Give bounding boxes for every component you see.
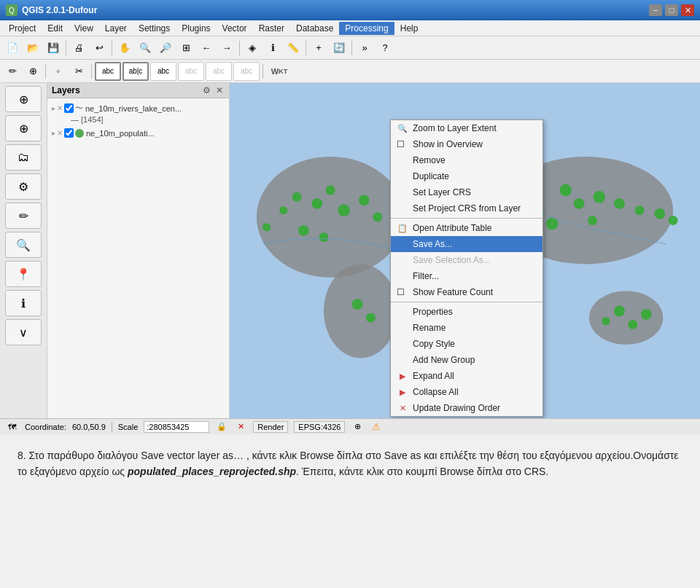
- sidebar-btn-8[interactable]: ℹ: [5, 290, 42, 316]
- feature-count-checkbox[interactable]: ☐: [397, 287, 407, 297]
- layers-header-controls[interactable]: ⚙ ✕: [201, 85, 225, 95]
- menu-database[interactable]: Database: [290, 22, 339, 35]
- menu-edit[interactable]: Edit: [42, 22, 69, 35]
- ctx-add-new-group[interactable]: Add New Group: [391, 352, 542, 368]
- menu-plugins[interactable]: Plugins: [176, 22, 216, 35]
- layer-remove-rivers[interactable]: ✕: [57, 104, 63, 112]
- print-button[interactable]: 🖨: [69, 39, 88, 58]
- layer-item-populated[interactable]: ▸ ✕ ne_10m_populati...: [50, 127, 226, 139]
- update-order-icon: ✕: [397, 402, 408, 414]
- ctx-collapse-all[interactable]: ▶ Collapse All: [391, 384, 542, 400]
- sidebar-btn-6[interactable]: 🔍: [5, 232, 42, 258]
- label-btn[interactable]: abc: [95, 62, 121, 81]
- scale-clear-btn[interactable]: ✕: [234, 420, 247, 434]
- layer-vis-rivers[interactable]: [64, 103, 74, 113]
- ctx-set-project-crs[interactable]: Set Project CRS from Layer: [391, 200, 542, 216]
- map-area[interactable]: 🔍 Zoom to Layer Extent ☐ Show in Overvie…: [230, 83, 700, 418]
- ctx-expand-all[interactable]: ▶ Expand All: [391, 368, 542, 384]
- layer-vis-populated[interactable]: [64, 128, 74, 138]
- layers-settings-button[interactable]: ⚙: [201, 85, 211, 95]
- ctx-show-overview[interactable]: ☐ Show in Overview: [391, 136, 542, 152]
- zoom-out-button[interactable]: 🔎: [156, 39, 175, 58]
- coordinate-value: 60.0,50.9: [72, 423, 106, 431]
- wkt-button[interactable]: WKT: [266, 62, 292, 81]
- layer-expand-rivers[interactable]: ▸: [52, 104, 55, 112]
- layers-close-button[interactable]: ✕: [214, 85, 225, 95]
- ctx-open-attribute-table[interactable]: 📋 Open Attribute Table: [391, 220, 542, 236]
- scale-input[interactable]: [144, 421, 209, 433]
- sidebar-btn-5[interactable]: ✏: [5, 203, 42, 229]
- select-button[interactable]: ◈: [243, 39, 262, 58]
- sidebar-btn-7[interactable]: 📍: [5, 261, 42, 287]
- context-menu[interactable]: 🔍 Zoom to Layer Extent ☐ Show in Overvie…: [390, 119, 543, 417]
- delete-button[interactable]: ✂: [69, 62, 88, 81]
- epsg-button[interactable]: EPSG:4326: [294, 421, 345, 433]
- render-button[interactable]: Render: [253, 421, 288, 433]
- zoom-full-button[interactable]: ⊞: [176, 39, 195, 58]
- status-map-btn[interactable]: 🗺: [4, 420, 19, 434]
- label-btn2[interactable]: ab|c: [122, 62, 149, 81]
- new-project-button[interactable]: 📄: [3, 39, 22, 58]
- maximize-button[interactable]: □: [665, 4, 678, 16]
- ctx-duplicate[interactable]: Duplicate: [391, 168, 542, 184]
- refresh-button[interactable]: 🔄: [330, 39, 349, 58]
- sidebar-btn-3[interactable]: 🗂: [5, 144, 42, 170]
- zoom-in-button[interactable]: 🔍: [136, 39, 155, 58]
- zoom-plus-btn[interactable]: ⊕: [351, 420, 364, 434]
- scale-lock-btn[interactable]: 🔒: [215, 420, 228, 434]
- edit-mode-button[interactable]: ✏: [3, 62, 22, 81]
- toolbar-sep-5: [351, 41, 352, 55]
- measure-button[interactable]: 📏: [284, 39, 303, 58]
- menu-settings[interactable]: Settings: [133, 22, 176, 35]
- warning-icon-btn[interactable]: ⚠: [370, 420, 383, 434]
- layer-remove-populated[interactable]: ✕: [57, 129, 63, 137]
- menu-processing[interactable]: Processing: [339, 22, 394, 35]
- label-btn4[interactable]: abc: [178, 62, 204, 81]
- menu-project[interactable]: Project: [3, 22, 42, 35]
- sidebar-btn-2[interactable]: ⊕: [5, 115, 42, 141]
- menu-layer[interactable]: Layer: [99, 22, 133, 35]
- add-layer-button[interactable]: +: [309, 39, 328, 58]
- ctx-filter[interactable]: Filter...: [391, 268, 542, 284]
- layer-item-rivers[interactable]: ▸ ✕ 〜 ne_10m_rivers_lake_cen...: [50, 101, 226, 115]
- layer-expand-populated[interactable]: ▸: [52, 129, 55, 137]
- ctx-properties[interactable]: Properties: [391, 304, 542, 320]
- toolbar-1: 📄 📂 💾 🖨 ↩ ✋ 🔍 🔎 ⊞ ← → ◈ ℹ 📏 + 🔄 » ?: [0, 36, 700, 60]
- ctx-remove[interactable]: Remove: [391, 152, 542, 168]
- zoom-next-button[interactable]: →: [217, 39, 236, 58]
- svg-point-30: [593, 191, 605, 203]
- zoom-previous-button[interactable]: ←: [197, 39, 216, 58]
- menu-raster[interactable]: Raster: [253, 22, 290, 35]
- minimize-button[interactable]: −: [649, 4, 662, 16]
- menu-help[interactable]: Help: [394, 22, 424, 35]
- label-btn6[interactable]: abc: [233, 62, 260, 81]
- save-button[interactable]: 💾: [44, 39, 63, 58]
- sidebar-btn-4[interactable]: ⚙: [5, 173, 42, 200]
- ctx-rename[interactable]: Rename: [391, 320, 542, 336]
- undo-button[interactable]: ↩: [90, 39, 109, 58]
- show-overview-checkbox[interactable]: ☐: [397, 139, 407, 149]
- ctx-zoom-layer-extent[interactable]: 🔍 Zoom to Layer Extent: [391, 120, 542, 136]
- identify-button[interactable]: ℹ: [263, 39, 282, 58]
- menu-view[interactable]: View: [69, 22, 99, 35]
- label-btn3[interactable]: abc: [150, 62, 176, 81]
- menu-vector[interactable]: Vector: [217, 22, 253, 35]
- label-btn5[interactable]: abc: [206, 62, 232, 81]
- help-tool-button[interactable]: ?: [376, 39, 394, 58]
- sidebar-btn-1[interactable]: ⊕: [5, 86, 42, 112]
- ctx-update-drawing-order[interactable]: ✕ Update Drawing Order: [391, 400, 542, 416]
- sidebar-btn-9[interactable]: ∨: [5, 319, 42, 345]
- ctx-set-layer-crs[interactable]: Set Layer CRS: [391, 184, 542, 200]
- close-button[interactable]: ✕: [681, 4, 694, 16]
- add-feature-button[interactable]: ⊕: [23, 62, 42, 81]
- node-tool-button[interactable]: ◦: [49, 62, 68, 81]
- ctx-save-as[interactable]: Save As...: [391, 236, 542, 252]
- ctx-show-feature-count[interactable]: ☐ Show Feature Count: [391, 284, 542, 300]
- ctx-copy-style[interactable]: Copy Style: [391, 336, 542, 352]
- open-button[interactable]: 📂: [23, 39, 42, 58]
- layers-content: ▸ ✕ 〜 ne_10m_rivers_lake_cen... — [1454]…: [47, 98, 229, 418]
- pan-button[interactable]: ✋: [115, 39, 134, 58]
- layer-name-populated: ne_10m_populati...: [86, 129, 155, 138]
- window-controls[interactable]: − □ ✕: [649, 4, 694, 16]
- more-button[interactable]: »: [355, 39, 374, 58]
